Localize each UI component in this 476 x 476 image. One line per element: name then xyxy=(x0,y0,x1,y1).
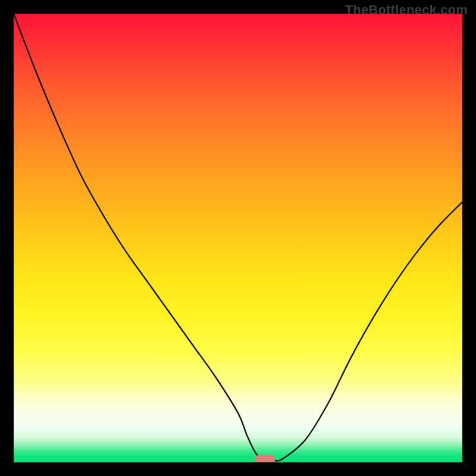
bottleneck-curve xyxy=(14,14,462,462)
watermark-text: TheBottleneck.com xyxy=(345,2,468,18)
chart-frame: TheBottleneck.com xyxy=(0,0,476,476)
optimum-marker xyxy=(255,455,275,462)
plot-area xyxy=(14,14,462,462)
